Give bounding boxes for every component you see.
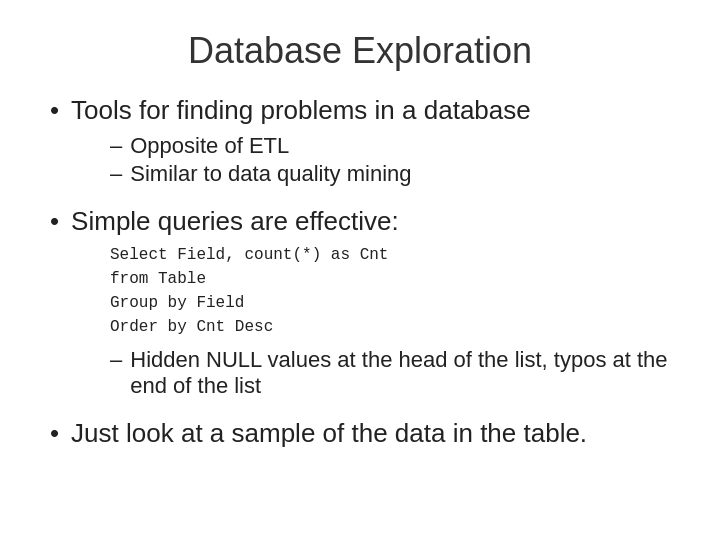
sub-bullet-2-1-dash: – bbox=[110, 347, 122, 373]
sub-bullet-2-1: – Hidden NULL values at the head of the … bbox=[110, 347, 670, 399]
sub-bullet-1-2: – Similar to data quality mining bbox=[110, 161, 670, 187]
bullet-section-1: • Tools for finding problems in a databa… bbox=[50, 94, 670, 191]
bullet-3-dot: • bbox=[50, 418, 59, 449]
code-line-3: Group by Field bbox=[110, 291, 670, 315]
sub-bullet-2-1-text: Hidden NULL values at the head of the li… bbox=[130, 347, 670, 399]
code-line-4: Order by Cnt Desc bbox=[110, 315, 670, 339]
bullet-1-sub-bullets: – Opposite of ETL – Similar to data qual… bbox=[110, 133, 670, 187]
slide-title: Database Exploration bbox=[50, 30, 670, 72]
code-line-1: Select Field, count(*) as Cnt bbox=[110, 243, 670, 267]
sub-bullet-1-2-dash: – bbox=[110, 161, 122, 187]
bullet-2-main: • Simple queries are effective: bbox=[50, 205, 670, 238]
bullet-1-dot: • bbox=[50, 95, 59, 126]
slide: Database Exploration • Tools for finding… bbox=[0, 0, 720, 540]
bullet-section-2: • Simple queries are effective: Select F… bbox=[50, 205, 670, 404]
bullet-section-3: • Just look at a sample of the data in t… bbox=[50, 417, 670, 456]
bullet-3-text: Just look at a sample of the data in the… bbox=[71, 417, 587, 450]
bullet-2-dot: • bbox=[50, 206, 59, 237]
sub-bullet-1-1-dash: – bbox=[110, 133, 122, 159]
sub-bullet-1-1-text: Opposite of ETL bbox=[130, 133, 289, 159]
bullet-2-text: Simple queries are effective: bbox=[71, 205, 399, 238]
bullet-3-main: • Just look at a sample of the data in t… bbox=[50, 417, 670, 450]
sub-bullet-1-1: – Opposite of ETL bbox=[110, 133, 670, 159]
bullet-1-main: • Tools for finding problems in a databa… bbox=[50, 94, 670, 127]
code-block: Select Field, count(*) as Cnt from Table… bbox=[110, 243, 670, 339]
code-line-2: from Table bbox=[110, 267, 670, 291]
bullet-1-text: Tools for finding problems in a database bbox=[71, 94, 531, 127]
sub-bullet-1-2-text: Similar to data quality mining bbox=[130, 161, 411, 187]
